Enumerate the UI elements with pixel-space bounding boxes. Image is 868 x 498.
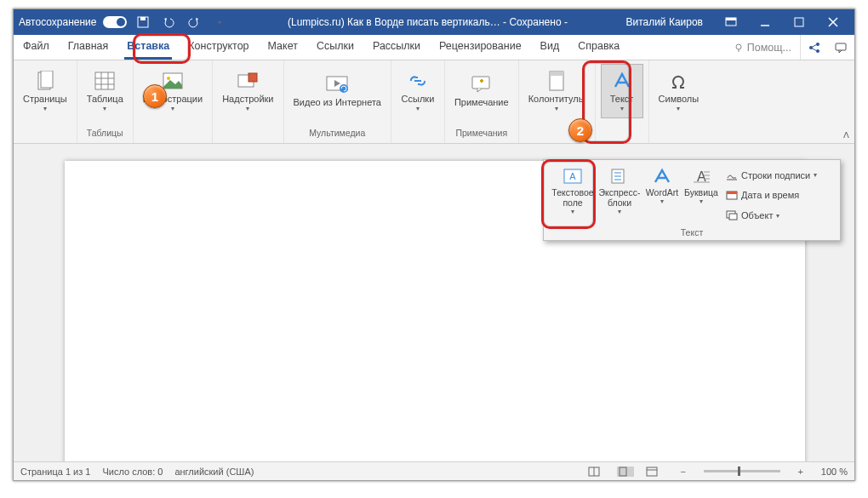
zoom-slider[interactable] <box>704 470 780 472</box>
links-button[interactable]: Ссылки▾ <box>397 64 439 118</box>
tab-review[interactable]: Рецензирование <box>430 35 531 60</box>
pages-button[interactable]: Страницы▾ <box>19 64 71 118</box>
svg-point-8 <box>736 44 741 49</box>
quickparts-icon <box>610 166 629 186</box>
online-video-button[interactable]: Видео из Интернета <box>289 64 385 118</box>
zoom-level[interactable]: 100 % <box>821 467 848 477</box>
web-layout-icon[interactable] <box>646 467 663 477</box>
video-icon <box>326 73 348 95</box>
dropcap-button[interactable]: A Буквица▾ <box>682 163 721 227</box>
tab-view[interactable]: Вид <box>531 35 569 60</box>
text-button[interactable]: Текст▾ <box>601 64 643 118</box>
link-icon <box>408 70 428 92</box>
read-mode-icon[interactable] <box>588 467 605 477</box>
collapse-ribbon-icon[interactable]: ᐱ <box>843 130 849 140</box>
status-bar: Страница 1 из 1 Число слов: 0 английский… <box>14 461 854 480</box>
addins-button[interactable]: Надстройки▾ <box>218 64 277 118</box>
autosave-toggle[interactable] <box>103 16 127 28</box>
pictures-icon <box>163 70 183 92</box>
header-icon <box>548 70 565 92</box>
wordart-icon <box>653 166 671 186</box>
title-bar: Автосохранение ▾ (Lumpics.ru) Как в Ворд… <box>14 9 854 35</box>
tab-insert[interactable]: Вставка <box>117 35 179 60</box>
svg-rect-45 <box>727 192 737 194</box>
calendar-icon <box>726 190 738 200</box>
comment-button[interactable]: Примечание <box>450 64 513 118</box>
addins-icon <box>237 70 258 92</box>
object-icon <box>726 210 738 220</box>
undo-icon[interactable] <box>159 13 178 31</box>
object-button[interactable]: Объект ▾ <box>724 209 819 221</box>
text-dropdown-panel: A Текстовое поле▾ Экспресс-блоки▾ WordAr… <box>543 159 841 241</box>
print-layout-icon[interactable] <box>617 467 634 477</box>
word-count[interactable]: Число слов: 0 <box>102 467 163 477</box>
svg-rect-51 <box>647 467 657 476</box>
tab-design[interactable]: Конструктор <box>179 35 258 60</box>
text-icon <box>613 70 631 92</box>
symbols-button[interactable]: Символы▾ <box>654 64 704 118</box>
share-button[interactable] <box>800 35 827 60</box>
date-time-button[interactable]: Дата и время <box>724 189 819 201</box>
tab-layout[interactable]: Макет <box>259 35 307 60</box>
lightbulb-icon <box>734 43 744 53</box>
ribbon-display-icon[interactable] <box>715 9 747 35</box>
signature-line-button[interactable]: Строки подписи ▾ <box>724 169 819 181</box>
callout-1: 1 <box>143 84 167 108</box>
comments-group-label: Примечания <box>455 128 507 140</box>
svg-rect-13 <box>836 43 846 50</box>
svg-rect-47 <box>729 214 737 220</box>
svg-rect-5 <box>795 18 803 26</box>
search-box[interactable]: Помощ... <box>725 35 800 60</box>
comment-icon <box>471 73 492 95</box>
tab-references[interactable]: Ссылки <box>307 35 363 60</box>
maximize-icon[interactable] <box>783 9 815 35</box>
qat-customize-icon[interactable]: ▾ <box>210 13 229 31</box>
textbox-button[interactable]: A Текстовое поле▾ <box>549 163 597 227</box>
callout-2: 2 <box>568 118 592 142</box>
svg-point-22 <box>167 77 170 80</box>
svg-point-11 <box>816 43 819 46</box>
text-group-label: Текст <box>544 227 840 240</box>
close-icon[interactable] <box>817 9 849 35</box>
minimize-icon[interactable] <box>749 9 781 35</box>
table-icon <box>94 70 115 92</box>
language-indicator[interactable]: английский (США) <box>174 467 254 477</box>
dropcap-icon: A <box>692 166 711 186</box>
svg-rect-3 <box>726 18 736 20</box>
svg-point-12 <box>816 49 819 53</box>
tab-home[interactable]: Главная <box>59 35 118 60</box>
svg-point-10 <box>809 46 813 49</box>
wordart-button[interactable]: WordArt▾ <box>642 163 682 227</box>
zoom-out-icon[interactable]: − <box>675 467 692 477</box>
svg-rect-24 <box>248 73 257 82</box>
zoom-in-icon[interactable]: + <box>792 467 809 477</box>
page-indicator[interactable]: Страница 1 из 1 <box>20 467 90 477</box>
ribbon-tabs: Файл Главная Вставка Конструктор Макет С… <box>14 35 854 60</box>
save-icon[interactable] <box>134 13 152 31</box>
quickparts-button[interactable]: Экспресс-блоки▾ <box>597 163 642 227</box>
document-title: (Lumpics.ru) Как в Ворде писать вертикал… <box>288 16 568 28</box>
svg-rect-16 <box>95 72 114 89</box>
comments-button[interactable] <box>827 35 854 60</box>
redo-icon[interactable] <box>185 13 203 31</box>
svg-rect-1 <box>140 17 146 20</box>
textbox-icon: A <box>562 166 583 186</box>
table-button[interactable]: Таблица▾ <box>83 64 128 118</box>
headers-button[interactable]: Колонтитулы▾ <box>524 64 590 118</box>
svg-text:A: A <box>569 171 576 181</box>
autosave-label: Автосохранение <box>19 16 96 28</box>
pages-icon <box>37 70 54 92</box>
ribbon: Страницы▾ Таблица▾ Таблицы Иллюстрации▾ <box>14 60 854 144</box>
tab-file[interactable]: Файл <box>14 35 59 60</box>
tables-group-label: Таблицы <box>87 128 123 140</box>
svg-rect-15 <box>41 71 53 88</box>
omega-icon <box>669 70 688 92</box>
media-group-label: Мультимедиа <box>309 128 365 140</box>
svg-rect-31 <box>550 72 563 76</box>
user-name[interactable]: Виталий Каиров <box>625 16 703 28</box>
tab-mailings[interactable]: Рассылки <box>363 35 430 60</box>
signature-icon <box>726 170 738 180</box>
tab-help[interactable]: Справка <box>568 35 629 60</box>
svg-rect-50 <box>620 467 626 476</box>
